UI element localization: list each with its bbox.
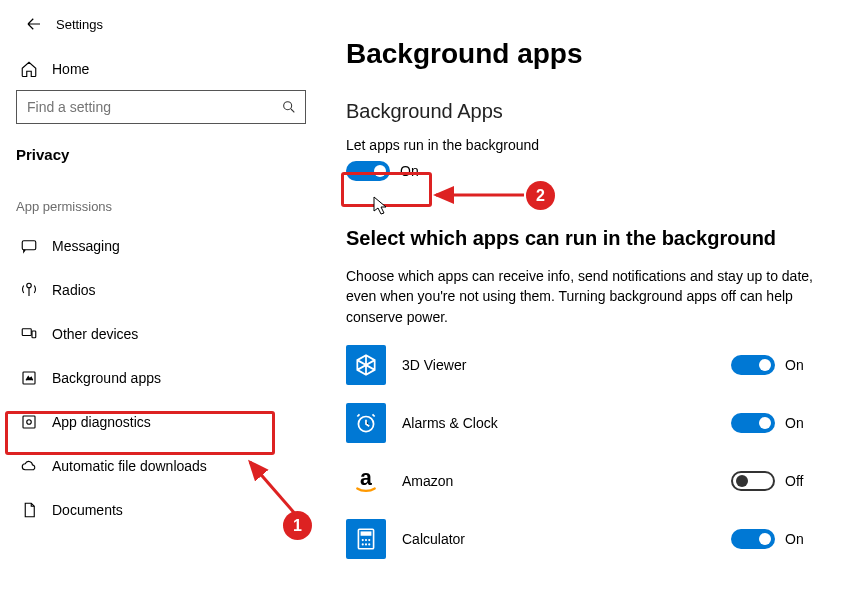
- app-name-label: 3D Viewer: [402, 357, 731, 373]
- messaging-icon: [20, 237, 38, 255]
- app-toggle-3dviewer[interactable]: [731, 355, 775, 375]
- svg-point-6: [27, 420, 32, 425]
- search-input[interactable]: [27, 99, 273, 115]
- svg-point-16: [368, 543, 370, 545]
- alarms-icon: [346, 403, 386, 443]
- search-icon: [281, 99, 297, 115]
- svg-point-13: [368, 539, 370, 541]
- master-toggle[interactable]: [346, 161, 390, 181]
- main-content: Background apps Background Apps Let apps…: [322, 0, 843, 603]
- sidebar-item-background-apps[interactable]: Background apps: [0, 356, 322, 400]
- sidebar-item-radios[interactable]: Radios: [0, 268, 322, 312]
- section2-heading: Select which apps can run in the backgro…: [346, 227, 813, 250]
- svg-point-0: [284, 102, 292, 110]
- sidebar-item-documents[interactable]: Documents: [0, 488, 322, 532]
- radios-icon: [20, 281, 38, 299]
- sidebar-item-label: Other devices: [52, 326, 138, 342]
- app-row-alarms: Alarms & Clock On: [346, 403, 813, 443]
- sidebar-item-label: Automatic file downloads: [52, 458, 207, 474]
- svg-point-11: [362, 539, 364, 541]
- document-icon: [20, 501, 38, 519]
- svg-rect-5: [23, 416, 35, 428]
- svg-rect-2: [22, 329, 31, 336]
- app-name-label: Calculator: [402, 531, 731, 547]
- category-title: Privacy: [0, 132, 322, 171]
- nav-home[interactable]: Home: [0, 40, 322, 90]
- sidebar-item-label: App diagnostics: [52, 414, 151, 430]
- app-toggle-amazon[interactable]: [731, 471, 775, 491]
- arrow-left-icon: [25, 15, 43, 33]
- sidebar-item-auto-downloads[interactable]: Automatic file downloads: [0, 444, 322, 488]
- nav-home-label: Home: [52, 61, 89, 77]
- svg-rect-10: [361, 531, 372, 535]
- calculator-icon: [346, 519, 386, 559]
- background-apps-icon: [20, 369, 38, 387]
- section2-desc: Choose which apps can receive info, send…: [346, 266, 813, 327]
- app-name-label: Alarms & Clock: [402, 415, 731, 431]
- window-title: Settings: [56, 17, 103, 32]
- back-button[interactable]: [24, 14, 44, 34]
- section-label: App permissions: [0, 171, 322, 224]
- app-row-amazon: a Amazon Off: [346, 461, 813, 501]
- diagnostics-icon: [20, 413, 38, 431]
- master-toggle-state: On: [400, 163, 419, 179]
- sidebar-item-label: Radios: [52, 282, 96, 298]
- app-toggle-state: On: [785, 357, 813, 373]
- sidebar-item-label: Messaging: [52, 238, 120, 254]
- svg-text:a: a: [360, 466, 372, 490]
- app-row-calculator: Calculator On: [346, 519, 813, 559]
- sidebar: Settings Home Privacy App permissions Me…: [0, 0, 322, 603]
- page-title: Background apps: [346, 38, 813, 70]
- 3dviewer-icon: [346, 345, 386, 385]
- section-heading: Background Apps: [346, 100, 813, 123]
- app-toggle-alarms[interactable]: [731, 413, 775, 433]
- home-icon: [20, 60, 38, 78]
- app-toggle-calculator[interactable]: [731, 529, 775, 549]
- svg-rect-3: [32, 331, 36, 338]
- app-name-label: Amazon: [402, 473, 731, 489]
- sidebar-item-other-devices[interactable]: Other devices: [0, 312, 322, 356]
- search-box[interactable]: [16, 90, 306, 124]
- cloud-download-icon: [20, 457, 38, 475]
- app-toggle-state: On: [785, 415, 813, 431]
- amazon-icon: a: [346, 461, 386, 501]
- app-toggle-state: On: [785, 531, 813, 547]
- svg-point-14: [362, 543, 364, 545]
- sidebar-item-messaging[interactable]: Messaging: [0, 224, 322, 268]
- sidebar-item-app-diagnostics[interactable]: App diagnostics: [0, 400, 322, 444]
- sidebar-item-label: Documents: [52, 502, 123, 518]
- svg-point-15: [365, 543, 367, 545]
- svg-point-12: [365, 539, 367, 541]
- section-desc: Let apps run in the background: [346, 137, 813, 153]
- sidebar-item-label: Background apps: [52, 370, 161, 386]
- svg-rect-1: [22, 241, 36, 250]
- devices-icon: [20, 325, 38, 343]
- app-toggle-state: Off: [785, 473, 813, 489]
- app-row-3dviewer: 3D Viewer On: [346, 345, 813, 385]
